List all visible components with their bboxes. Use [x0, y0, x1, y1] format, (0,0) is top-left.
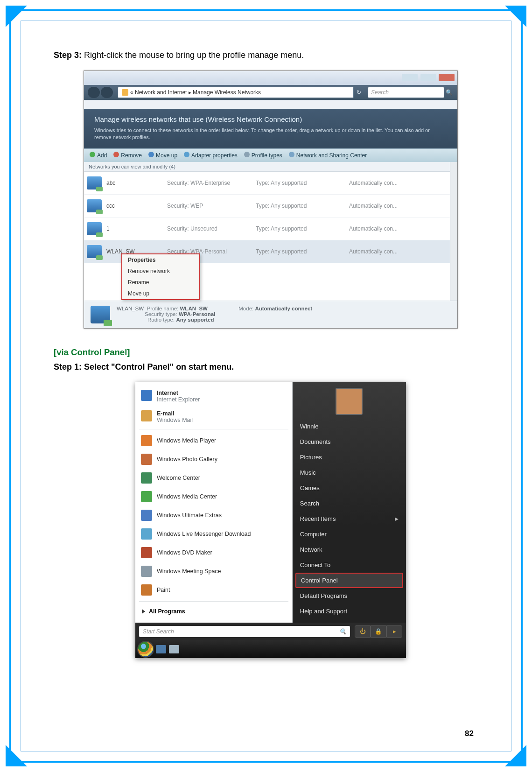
network-icon: [87, 199, 102, 212]
start-menu-bottom: Start Search 🔍 ⏻ 🔒 ▸: [135, 623, 406, 640]
network-icon: [87, 222, 102, 235]
right-item[interactable]: Documents: [293, 434, 406, 449]
start-item[interactable]: Windows Media Player: [135, 431, 292, 450]
taskbar-icon[interactable]: [169, 645, 179, 653]
right-item[interactable]: Default Programs: [293, 588, 406, 604]
network-name: ccc: [106, 203, 167, 209]
header-description: Windows tries to connect to these networ…: [94, 127, 430, 141]
right-item-recent[interactable]: Recent Items▶: [293, 511, 406, 526]
power-button[interactable]: ⏻: [355, 625, 371, 638]
triangle-icon: [142, 609, 145, 614]
address-path: « Network and Internet ▸ Manage Wireless…: [130, 87, 261, 98]
start-item-email[interactable]: E-mail Windows Mail: [135, 407, 292, 427]
list-column-header: Networks you can view and modify (4): [84, 162, 450, 172]
program-icon: [141, 566, 152, 577]
start-item[interactable]: Windows Media Center: [135, 487, 292, 506]
user-avatar[interactable]: [336, 388, 363, 415]
user-name[interactable]: Winnie: [293, 419, 406, 434]
search-icon: 🔍: [339, 628, 346, 635]
forward-button[interactable]: [101, 87, 113, 98]
program-icon: [141, 528, 152, 540]
ctx-rename[interactable]: Rename: [122, 277, 199, 288]
network-row[interactable]: 1 Security: Unsecured Type: Any supporte…: [84, 218, 450, 240]
power-buttons: ⏻ 🔒 ▸: [355, 625, 402, 638]
start-menu-right: Winnie Documents Pictures Music Games Se…: [293, 382, 406, 623]
program-icon: [141, 547, 152, 558]
network-row[interactable]: ccc Security: WEP Type: Any supported Au…: [84, 195, 450, 218]
moveup-button[interactable]: Move up: [148, 152, 177, 159]
separator: [139, 601, 288, 602]
start-item[interactable]: Windows Ultimate Extras: [135, 506, 292, 525]
right-item[interactable]: Search: [293, 496, 406, 511]
close-button[interactable]: [439, 74, 455, 81]
network-auto: Automatically con...: [349, 203, 445, 209]
ctx-moveup[interactable]: Move up: [122, 288, 199, 299]
folder-icon: [122, 89, 128, 96]
start-orb[interactable]: [138, 642, 153, 657]
taskbar: [135, 640, 406, 658]
network-type: Type: Any supported: [256, 225, 349, 232]
start-search-input[interactable]: Start Search 🔍: [139, 626, 350, 637]
start-item[interactable]: Windows Live Messenger Download: [135, 525, 292, 543]
start-item[interactable]: Paint: [135, 581, 292, 599]
screenshot-start-menu: Internet Internet Explorer E-mail Window…: [135, 382, 406, 658]
network-row[interactable]: abc Security: WPA-Enterprise Type: Any s…: [84, 172, 450, 195]
back-button[interactable]: [88, 87, 100, 98]
page-number: 82: [465, 729, 474, 738]
network-type: Type: Any supported: [256, 248, 349, 255]
shutdown-menu-button[interactable]: ▸: [386, 625, 402, 638]
right-item[interactable]: Computer: [293, 526, 406, 542]
add-button[interactable]: Add: [90, 152, 107, 159]
start-item-internet[interactable]: Internet Internet Explorer: [135, 386, 292, 407]
lock-button[interactable]: 🔒: [371, 625, 386, 638]
right-item[interactable]: Games: [293, 480, 406, 496]
network-auto: Automatically con...: [349, 225, 445, 232]
right-item[interactable]: Connect To: [293, 557, 406, 573]
context-menu: Properties Remove network Rename Move up: [121, 253, 200, 300]
help-icon[interactable]: [444, 153, 450, 158]
all-programs[interactable]: All Programs: [135, 604, 292, 619]
nav-arrows: [88, 87, 113, 98]
maximize-button[interactable]: [420, 74, 436, 81]
network-list: abc Security: WPA-Enterprise Type: Any s…: [84, 172, 450, 301]
adapter-button[interactable]: Adapter properties: [184, 152, 238, 159]
start-item[interactable]: Windows DVD Maker: [135, 543, 292, 562]
ctx-remove[interactable]: Remove network: [122, 266, 199, 277]
start-item[interactable]: Welcome Center: [135, 469, 292, 487]
right-item[interactable]: Help and Support: [293, 604, 406, 619]
detail-sec-val: WPA-Personal: [179, 311, 215, 317]
sharing-button[interactable]: Network and Sharing Center: [289, 152, 367, 159]
network-icon: [87, 245, 102, 258]
header-title: Manage wireless networks that use (Wirel…: [94, 115, 447, 123]
start-item[interactable]: Windows Meeting Space: [135, 562, 292, 581]
refresh-button[interactable]: ↻: [354, 89, 364, 96]
step3-label: Step 3:: [54, 50, 82, 60]
mail-icon: [141, 410, 152, 421]
taskbar-icon[interactable]: [156, 645, 166, 653]
program-icon: [141, 491, 152, 502]
scrollbar[interactable]: [450, 162, 457, 301]
network-security: Security: Unsecured: [167, 225, 256, 232]
control-panel-item[interactable]: Control Panel: [295, 573, 403, 588]
detail-radio-label: Radio type:: [147, 317, 175, 323]
search-input[interactable]: Search: [368, 87, 444, 98]
network-security: Security: WPA-Enterprise: [167, 180, 256, 186]
program-icon: [141, 510, 152, 521]
profile-button[interactable]: Profile types: [244, 152, 282, 159]
remove-button[interactable]: Remove: [113, 152, 142, 159]
window-buttons: [401, 74, 455, 83]
ctx-properties[interactable]: Properties: [122, 254, 199, 266]
step1-cp-label: Step 1: Select "Control Panel" on start …: [54, 362, 234, 372]
right-item[interactable]: Music: [293, 465, 406, 480]
address-field[interactable]: « Network and Internet ▸ Manage Wireless…: [118, 87, 354, 98]
window-titlebar: [84, 71, 457, 85]
detail-name: WLAN_SW: [117, 306, 144, 311]
screenshot-manage-wireless: « Network and Internet ▸ Manage Wireless…: [84, 70, 458, 329]
right-item[interactable]: Pictures: [293, 449, 406, 465]
right-item[interactable]: Network: [293, 542, 406, 557]
start-item[interactable]: Windows Photo Gallery: [135, 450, 292, 469]
minimize-button[interactable]: [402, 74, 418, 81]
detail-mode-label: Mode:: [238, 306, 253, 311]
toolbar: Add Remove Move up Adapter properties Pr…: [84, 148, 457, 162]
detail-profile-val: WLAN_SW: [180, 306, 208, 311]
